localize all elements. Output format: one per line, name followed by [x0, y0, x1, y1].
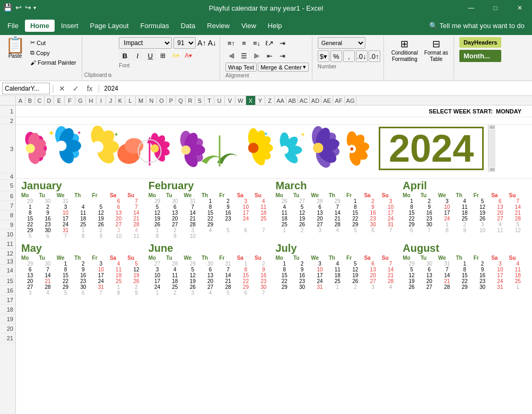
row-num-9[interactable]: 9	[0, 220, 15, 230]
row-num-1[interactable]: 1	[0, 105, 15, 117]
increase-decimal-icon[interactable]: .0↑	[369, 50, 380, 62]
tell-me-input[interactable]: 🔍 Tell me what you want to do	[424, 20, 530, 32]
row-num-6[interactable]: 6	[0, 191, 15, 201]
col-i[interactable]: I	[97, 96, 106, 105]
minimize-button[interactable]: —	[459, 0, 483, 16]
format-painter-button[interactable]: 🖌 Format Painter	[28, 58, 79, 67]
align-right-icon[interactable]: ⫸	[251, 50, 263, 61]
redo-icon[interactable]: ↪	[25, 3, 31, 12]
save-icon[interactable]: 💾	[3, 3, 12, 12]
menu-help[interactable]: Help	[263, 20, 287, 32]
name-box[interactable]	[2, 83, 50, 94]
col-b[interactable]: B	[25, 96, 35, 105]
menu-home[interactable]: Home	[25, 20, 55, 32]
col-e[interactable]: E	[54, 96, 65, 105]
col-g[interactable]: G	[75, 96, 86, 105]
font-size-select[interactable]: 91	[173, 37, 196, 49]
row-num-19[interactable]: 19	[0, 314, 15, 324]
customize-icon[interactable]: ▾	[33, 5, 36, 11]
col-ae[interactable]: AE	[321, 96, 333, 105]
menu-data[interactable]: Data	[176, 20, 200, 32]
percent-button[interactable]: %	[330, 50, 342, 62]
col-v[interactable]: V	[225, 96, 236, 105]
menu-view[interactable]: View	[236, 20, 261, 32]
conditional-formatting-button[interactable]: ⊞ ConditionalFormatting	[389, 37, 420, 64]
col-n[interactable]: N	[146, 96, 157, 105]
menu-formulas[interactable]: Formulas	[135, 20, 175, 32]
day-headers-swatch[interactable]: DayHeaders	[459, 37, 502, 48]
format-as-table-button[interactable]: ⊟ Format asTable	[422, 37, 450, 64]
align-top-icon[interactable]: ≡↑	[225, 37, 237, 49]
increase-indent-icon[interactable]: ⇥	[276, 50, 288, 61]
row-num-15[interactable]: 15	[0, 276, 15, 286]
col-x[interactable]: X	[246, 96, 256, 105]
cut-button[interactable]: ✂ Cut	[28, 38, 79, 47]
indent-icon[interactable]: ⇥	[276, 37, 288, 49]
undo-icon[interactable]: ↩	[15, 3, 22, 12]
col-t[interactable]: T	[205, 96, 214, 105]
row-num-12[interactable]: 12	[0, 249, 15, 258]
align-center-icon[interactable]: ☰	[238, 50, 250, 61]
col-ab[interactable]: AB	[286, 96, 298, 105]
col-y[interactable]: Y	[256, 96, 265, 105]
col-ac[interactable]: AC	[298, 96, 310, 105]
col-c[interactable]: C	[35, 96, 45, 105]
align-left-icon[interactable]: ⫷	[225, 50, 237, 61]
row-num-3[interactable]: 3	[0, 125, 15, 173]
font-name-select[interactable]: Impact	[119, 37, 172, 49]
menu-insert[interactable]: Insert	[56, 20, 84, 32]
decrease-indent-icon[interactable]: ⇤	[264, 50, 275, 61]
col-m[interactable]: M	[136, 96, 146, 105]
row-num-18[interactable]: 18	[0, 305, 15, 314]
row-num-16[interactable]: 16	[0, 286, 15, 295]
italic-button[interactable]: I	[132, 50, 143, 61]
col-l[interactable]: L	[125, 96, 136, 105]
col-aa[interactable]: AA	[275, 96, 286, 105]
col-k[interactable]: K	[116, 96, 125, 105]
decrease-decimal-icon[interactable]: .0↓	[356, 50, 368, 62]
col-h[interactable]: H	[86, 96, 97, 105]
currency-button[interactable]: $▾	[318, 50, 329, 62]
row-num-20[interactable]: 20	[0, 324, 15, 333]
angle-text-icon[interactable]: ℓ↗	[264, 37, 275, 49]
week-start-value[interactable]: MONDAY	[496, 108, 521, 114]
formula-cancel-button[interactable]: ✕	[56, 83, 68, 94]
row-num-21[interactable]: 21	[0, 333, 15, 343]
bold-button[interactable]: B	[119, 50, 130, 61]
col-af[interactable]: AF	[333, 96, 345, 105]
col-f[interactable]: F	[65, 96, 75, 105]
underline-button[interactable]: U	[144, 50, 156, 61]
row-num-5[interactable]: 5	[0, 180, 15, 191]
paste-button[interactable]: 📋 Paste	[2, 36, 28, 60]
formula-confirm-button[interactable]: ✓	[70, 83, 82, 94]
merge-center-button[interactable]: Merge & Center ▾	[258, 63, 309, 72]
row-num-13[interactable]: 13	[0, 258, 15, 265]
col-j[interactable]: J	[106, 96, 116, 105]
copy-button[interactable]: ⧉ Copy	[28, 48, 79, 57]
col-p[interactable]: P	[167, 96, 176, 105]
row-num-8[interactable]: 8	[0, 210, 15, 220]
close-button[interactable]: ✕	[508, 0, 532, 16]
col-s[interactable]: S	[195, 96, 205, 105]
menu-page-layout[interactable]: Page Layout	[85, 20, 134, 32]
fill-color-icon[interactable]: A▾	[170, 50, 181, 61]
row-num-10[interactable]: 10	[0, 230, 15, 239]
border-icon[interactable]: ⊞	[157, 50, 169, 61]
maximize-button[interactable]: □	[483, 0, 508, 16]
month-swatch[interactable]: Month...	[459, 50, 502, 62]
col-r[interactable]: R	[186, 96, 195, 105]
number-format-select[interactable]: General	[318, 37, 365, 49]
row-num-7[interactable]: 7	[0, 201, 15, 210]
scrollbar-v[interactable]	[488, 125, 495, 172]
formula-function-button[interactable]: fx	[84, 83, 95, 94]
col-u[interactable]: U	[214, 96, 225, 105]
col-z[interactable]: Z	[265, 96, 275, 105]
font-shrink-icon[interactable]: A↓	[208, 39, 216, 47]
row-num-17[interactable]: 17	[0, 295, 15, 305]
align-bottom-icon[interactable]: ≡↓	[251, 37, 263, 49]
row-num-2[interactable]: 2	[0, 117, 15, 125]
menu-file[interactable]: File	[2, 20, 24, 32]
menu-review[interactable]: Review	[202, 20, 235, 32]
col-ad[interactable]: AD	[310, 96, 321, 105]
row-num-11[interactable]: 11	[0, 239, 15, 249]
